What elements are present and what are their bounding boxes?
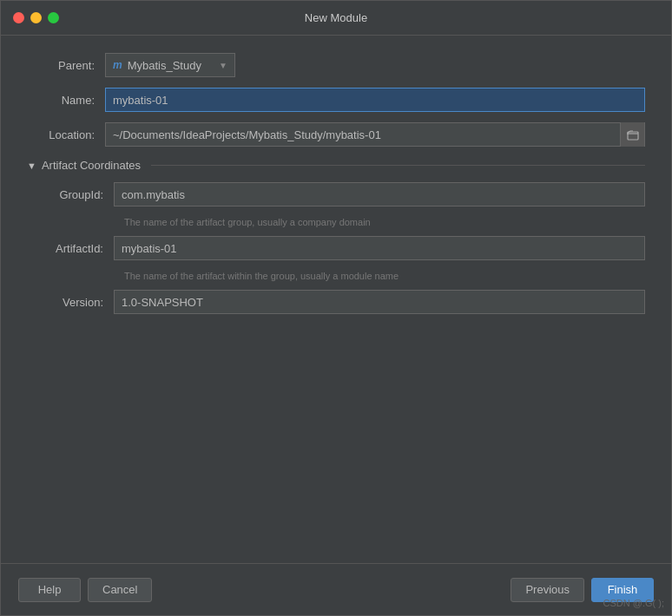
location-row: Location: <box>27 122 645 147</box>
artifactid-label: ArtifactId: <box>36 242 114 255</box>
maximize-button[interactable] <box>48 12 59 23</box>
browse-button[interactable] <box>620 122 644 147</box>
parent-dropdown[interactable]: m Mybatis_Study ▼ <box>105 53 235 77</box>
parent-value: Mybatis_Study <box>128 59 215 72</box>
close-button[interactable] <box>13 12 24 23</box>
artifactid-hint: The name of the artifact within the grou… <box>124 271 645 281</box>
location-input-wrapper <box>105 122 645 147</box>
previous-button[interactable]: Previous <box>511 578 584 602</box>
groupid-row: GroupId: <box>36 182 645 206</box>
maven-icon: m <box>113 59 122 71</box>
window-controls <box>13 12 59 23</box>
groupid-input[interactable] <box>114 182 645 206</box>
watermark: CSDN @.G( ); <box>603 598 664 608</box>
artifact-section-title: Artifact Coordinates <box>42 159 141 172</box>
section-divider <box>151 165 645 166</box>
name-input[interactable] <box>105 88 645 112</box>
groupid-label: GroupId: <box>36 188 114 201</box>
location-label: Location: <box>27 128 105 141</box>
new-module-dialog: New Module Parent: m Mybatis_Study ▼ Nam… <box>0 0 672 616</box>
parent-label: Parent: <box>27 59 105 72</box>
footer-left-buttons: Help Cancel <box>18 578 152 602</box>
artifactid-row: ArtifactId: <box>36 236 645 260</box>
chevron-down-icon: ▼ <box>219 61 227 70</box>
name-label: Name: <box>27 94 105 107</box>
section-toggle-icon[interactable]: ▼ <box>27 161 36 171</box>
minimize-button[interactable] <box>30 12 42 23</box>
parent-row: Parent: m Mybatis_Study ▼ <box>27 53 645 77</box>
artifactid-input[interactable] <box>114 236 645 260</box>
version-label: Version: <box>36 296 114 309</box>
location-input[interactable] <box>106 125 620 145</box>
dialog-content: Parent: m Mybatis_Study ▼ Name: Location… <box>1 36 671 563</box>
groupid-hint: The name of the artifact group, usually … <box>124 217 645 227</box>
svg-rect-0 <box>628 132 638 140</box>
version-row: Version: <box>36 290 645 314</box>
dialog-title: New Module <box>305 11 367 24</box>
cancel-button[interactable]: Cancel <box>88 578 152 602</box>
titlebar: New Module <box>1 1 671 36</box>
footer: Help Cancel Previous Finish <box>1 563 671 615</box>
help-button[interactable]: Help <box>18 578 81 602</box>
name-row: Name: <box>27 88 645 112</box>
artifact-section: GroupId: The name of the artifact group,… <box>36 182 645 324</box>
artifact-section-header: ▼ Artifact Coordinates <box>27 159 645 172</box>
version-input[interactable] <box>114 290 645 314</box>
